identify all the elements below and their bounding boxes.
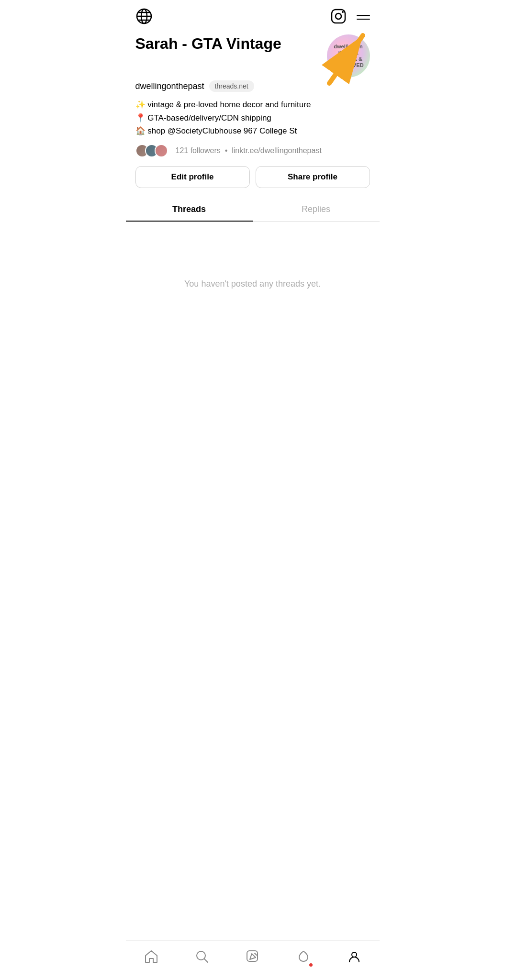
empty-state: You haven't posted any threads yet. (126, 222, 380, 346)
nav-activity[interactable] (289, 947, 318, 967)
bio-line-1: ✨ vintage & pre-loved home decor and fur… (135, 99, 370, 111)
profile-name: Sarah - GTA Vintage (135, 34, 327, 53)
share-profile-button[interactable]: Share profile (256, 166, 370, 188)
top-bar (126, 0, 380, 31)
bio-section: ✨ vintage & pre-loved home decor and fur… (135, 99, 370, 137)
profile-section: Sarah - GTA Vintage dwelling on the past… (126, 31, 380, 157)
instagram-icon[interactable] (330, 8, 347, 27)
tabs: Threads Replies (126, 198, 380, 222)
edit-profile-button[interactable]: Edit profile (135, 166, 250, 188)
profile-header: Sarah - GTA Vintage dwelling on the past… (135, 34, 370, 78)
svg-point-6 (336, 13, 341, 19)
top-bar-right (330, 8, 370, 27)
menu-icon[interactable] (357, 15, 370, 20)
svg-rect-12 (247, 951, 258, 961)
tab-threads[interactable]: Threads (126, 198, 253, 221)
username: dwellingonthepast (135, 81, 204, 91)
bio-line-3: 🏠 shop @SocietyClubhouse 967 College St (135, 125, 370, 137)
followers-link[interactable]: linktr.ee/dwellingonthepast (232, 146, 322, 155)
activity-dot (309, 963, 313, 967)
bottom-nav (126, 940, 380, 980)
follower-avatars (135, 144, 164, 157)
nav-home[interactable] (136, 947, 166, 967)
followers-row: 121 followers • linktr.ee/dwellingonthep… (135, 144, 370, 157)
nav-profile[interactable] (339, 947, 369, 967)
tab-replies[interactable]: Replies (253, 198, 380, 221)
svg-line-13 (255, 953, 257, 955)
threads-badge[interactable]: threads.net (209, 80, 254, 92)
nav-search[interactable] (187, 947, 217, 967)
followers-count[interactable]: 121 followers • linktr.ee/dwellingonthep… (176, 146, 322, 155)
svg-line-11 (204, 959, 208, 962)
bio-line-2: 📍 GTA-based/delivery/CDN shipping (135, 112, 370, 124)
avatar-image: dwelling on the past VINTAGE & PRE-LOVED (327, 34, 370, 78)
action-buttons: Edit profile Share profile (126, 166, 380, 188)
svg-point-14 (352, 952, 357, 957)
nav-compose[interactable] (238, 947, 268, 967)
profile-avatar[interactable]: dwelling on the past VINTAGE & PRE-LOVED (327, 34, 370, 78)
content-area: You haven't posted any threads yet. (126, 222, 380, 394)
svg-point-7 (342, 11, 344, 13)
globe-icon[interactable] (135, 8, 153, 27)
username-row: dwellingonthepast threads.net (135, 80, 370, 92)
follower-avatar-3 (155, 144, 168, 157)
